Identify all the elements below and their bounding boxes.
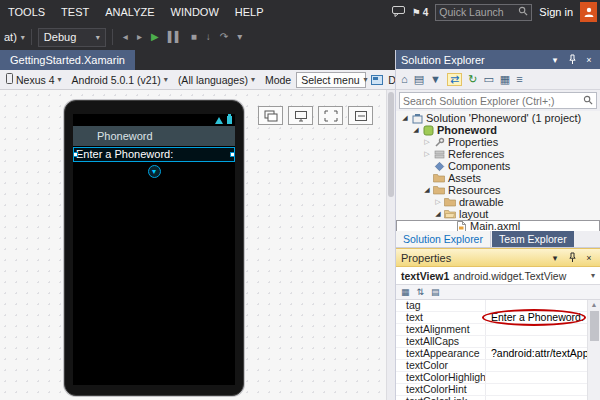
property-value[interactable]	[486, 372, 587, 383]
pending-changes-filter-icon[interactable]: ▼	[430, 74, 441, 85]
properties-object-selector[interactable]: textView1 android.widget.TextView ▾	[396, 267, 600, 285]
tab-solution-explorer[interactable]: Solution Explorer	[396, 231, 491, 247]
language-selector[interactable]: (All languages) ▾	[178, 74, 255, 86]
tree-item-components[interactable]: Components	[396, 160, 600, 172]
property-name: textColor	[396, 360, 486, 371]
sync-with-active-document-icon[interactable]: ⇄	[447, 73, 462, 86]
property-value[interactable]: Enter a Phoneword:	[486, 312, 587, 323]
menubar-right-group: ⚑ 4 Sign in	[392, 2, 600, 22]
property-row-textColor: textColor	[396, 360, 587, 372]
tree-item-main-axml[interactable]: Main.axml	[396, 220, 600, 231]
device-selector-value: Nexus 4	[16, 74, 55, 86]
selected-textview[interactable]: Enter a Phoneword:	[73, 147, 235, 162]
toolbar-separator	[31, 29, 32, 45]
tree-item-layout[interactable]: ◢layout	[396, 208, 600, 220]
expander-collapsed-icon[interactable]: ▷	[433, 198, 443, 206]
pin-icon[interactable]	[566, 252, 578, 264]
user-avatar-icon[interactable]	[580, 2, 597, 22]
property-value[interactable]	[486, 324, 587, 335]
property-value[interactable]	[486, 300, 587, 311]
document-tab[interactable]: GettingStarted.Xamarin	[0, 50, 135, 70]
zoom-level-button[interactable]	[348, 106, 373, 125]
window-menu-icon[interactable]: ▾	[549, 54, 561, 66]
property-value[interactable]	[486, 384, 587, 395]
toolbar-separator	[112, 29, 113, 45]
resize-handle-left[interactable]	[73, 152, 78, 157]
menu-item-help[interactable]: HELP	[227, 6, 272, 18]
menu-selector[interactable]: Select menu ▾	[296, 72, 366, 88]
toolbar-overflow-icon[interactable]: ▾	[237, 32, 242, 42]
window-menu-icon[interactable]: ▾	[549, 252, 561, 264]
alphabetical-icon[interactable]: ⇅	[417, 288, 425, 297]
tree-item-references[interactable]: ▷References	[396, 148, 600, 160]
expander-expanded-icon[interactable]: ◢	[422, 186, 432, 194]
pin-icon[interactable]	[566, 54, 578, 66]
feedback-icon[interactable]	[392, 6, 405, 19]
navigate-backward-icon[interactable]: ◂	[123, 32, 128, 42]
scrollbar-thumb[interactable]	[590, 311, 599, 341]
menu-item-tools[interactable]: TOOLS	[0, 6, 53, 18]
categorized-icon[interactable]: ▦	[401, 288, 410, 297]
scroll-up-icon[interactable]: ▲	[591, 300, 598, 310]
close-icon[interactable]: ×	[583, 252, 595, 264]
expander-expanded-icon[interactable]: ◢	[411, 126, 421, 134]
step-over-icon[interactable]: ↷	[220, 32, 228, 42]
search-icon[interactable]	[583, 95, 593, 107]
property-value[interactable]	[486, 396, 587, 400]
notifications-flag[interactable]: ⚑ 4	[412, 7, 429, 18]
quick-launch-input[interactable]	[439, 6, 518, 18]
property-value[interactable]: ?android:attr/textAppeara	[486, 348, 587, 359]
device-frame-button[interactable]	[258, 106, 283, 125]
expander-collapsed-icon[interactable]: ▷	[422, 138, 432, 146]
expander-collapsed-icon[interactable]: ▷	[422, 150, 432, 158]
tree-item-resources[interactable]: ◢Resources	[396, 184, 600, 196]
home-icon[interactable]: ⌂	[401, 74, 408, 85]
properties-scrollbar[interactable]: ▲	[587, 300, 600, 400]
scrollbar-thumb[interactable]	[388, 92, 394, 197]
device-selector[interactable]: Nexus 4 ▾	[6, 73, 62, 86]
tree-item-phoneword[interactable]: ◢Phoneword	[396, 124, 600, 136]
tree-item-assets[interactable]: Assets	[396, 172, 600, 184]
tree-item-solution-phoneword-1-project[interactable]: ◢Solution 'Phoneword' (1 project)	[396, 112, 600, 124]
theme-selector[interactable]: Default Theme	[388, 74, 395, 86]
designer-vertical-scrollbar[interactable]	[386, 90, 395, 400]
tree-item-properties[interactable]: ▷Properties	[396, 136, 600, 148]
switch-views-icon[interactable]: ▤	[414, 74, 424, 85]
expander-expanded-icon[interactable]: ◢	[400, 114, 410, 122]
property-row-textColorLink: textColorLink	[396, 396, 587, 400]
device-screen[interactable]: Phoneword Enter a Phoneword: ▾	[73, 114, 235, 385]
properties-icon[interactable]: ≡	[516, 74, 522, 85]
debug-target-combo[interactable]: Debug ▾	[38, 28, 106, 47]
show-all-files-icon[interactable]: ▦	[500, 74, 510, 85]
menu-item-analyze[interactable]: ANALYZE	[97, 6, 162, 18]
break-all-icon[interactable]: ▌▌	[168, 32, 182, 42]
design-surface[interactable]: Phoneword Enter a Phoneword: ▾	[0, 90, 386, 400]
start-debug-icon[interactable]: ▶	[151, 32, 159, 42]
tab-team-explorer[interactable]: Team Explorer	[492, 231, 574, 247]
tree-item-drawable[interactable]: ▷drawable	[396, 196, 600, 208]
android-version-selector[interactable]: Android 5.0.1 (v21) ▾	[72, 74, 168, 86]
solution-icon	[410, 113, 424, 124]
configuration-combo[interactable]: at) ▾	[4, 31, 25, 43]
solution-search-input[interactable]	[403, 95, 581, 107]
quick-launch-box[interactable]	[435, 4, 532, 21]
property-value[interactable]	[486, 336, 587, 347]
refresh-icon[interactable]: ↻	[468, 74, 477, 85]
stop-debug-icon[interactable]: ■	[191, 32, 197, 42]
close-icon[interactable]: ×	[583, 54, 595, 66]
chevron-down-icon: ▾	[21, 33, 25, 42]
resize-handle-right[interactable]	[230, 152, 235, 157]
property-pages-icon[interactable]: ▤	[431, 288, 440, 297]
orientation-button[interactable]	[288, 106, 313, 125]
solution-search-box[interactable]	[399, 92, 597, 109]
textview-actions-handle[interactable]: ▾	[148, 165, 161, 178]
navigate-forward-icon[interactable]: ▸	[137, 32, 142, 42]
menu-item-window[interactable]: WINDOW	[163, 6, 227, 18]
expander-expanded-icon[interactable]: ◢	[433, 210, 443, 218]
collapse-all-icon[interactable]: ▭	[483, 74, 493, 85]
sign-in-link[interactable]: Sign in	[539, 6, 573, 18]
property-value[interactable]	[486, 360, 587, 371]
fit-to-window-button[interactable]	[318, 106, 343, 125]
step-into-icon[interactable]: ↓	[206, 32, 211, 42]
menu-item-test[interactable]: TEST	[53, 6, 97, 18]
